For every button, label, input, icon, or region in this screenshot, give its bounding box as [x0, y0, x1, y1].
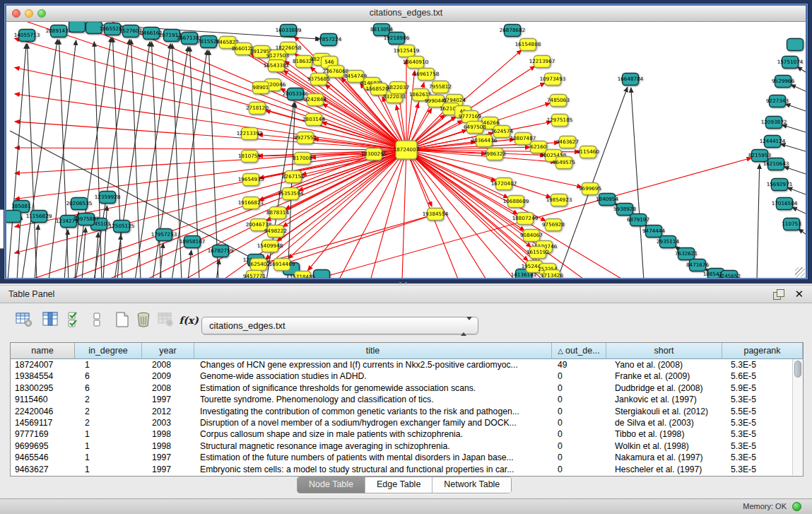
- graph-node[interactable]: 8471676: [686, 259, 709, 271]
- graph-node[interactable]: 7625402: [247, 259, 270, 271]
- graph-node[interactable]: 1615192: [526, 247, 549, 259]
- graph-node[interactable]: 62160: [531, 141, 547, 153]
- graph-node[interactable]: 9375685: [307, 74, 330, 86]
- graph-node[interactable]: 8878314: [266, 207, 289, 219]
- graph-node[interactable]: 9699695: [579, 183, 601, 195]
- graph-node[interactable]: [314, 270, 330, 279]
- table-row[interactable]: 946362711997Embryonic stem cells: a mode…: [11, 464, 803, 475]
- graph-node[interactable]: 98901: [253, 82, 269, 94]
- table-row[interactable]: 1872400712008Changes of HCN gene express…: [11, 359, 803, 370]
- graph-node[interactable]: 9084067: [520, 230, 543, 242]
- graph-node[interactable]: 1527607: [119, 25, 142, 37]
- table-row[interactable]: 977716911998Corpus callosum shape and si…: [11, 428, 803, 440]
- graph-node[interactable]: 16033809: [276, 25, 302, 37]
- graph-node[interactable]: 7955812: [429, 81, 452, 93]
- graph-node[interactable]: 9463627: [556, 136, 579, 148]
- float-panel-button[interactable]: [773, 289, 784, 300]
- graph-node[interactable]: 12213967: [529, 56, 555, 68]
- graph-node[interactable]: 19166821: [238, 197, 264, 209]
- graph-node[interactable]: 7986322: [483, 148, 506, 160]
- graph-node[interactable]: 16154808: [515, 39, 541, 51]
- deselect-all-button[interactable]: [88, 310, 107, 330]
- graph-node[interactable]: 9227343: [766, 95, 789, 107]
- graph-node[interactable]: 16961758: [413, 69, 440, 81]
- close-panel-button[interactable]: ✕: [794, 287, 804, 301]
- delete-column-button[interactable]: [134, 310, 153, 330]
- graph-node[interactable]: 15409948: [257, 240, 283, 252]
- delete-table-button[interactable]: [155, 310, 175, 330]
- table-mode-button[interactable]: [14, 310, 34, 330]
- graph-node[interactable]: 16720407: [491, 178, 517, 190]
- graph-node[interactable]: 12444124: [760, 136, 786, 148]
- graph-node[interactable]: 15692971: [767, 179, 793, 191]
- graph-node[interactable]: 6497508: [464, 122, 486, 134]
- table-row[interactable]: 2242004622012Investigating the contribut…: [11, 406, 803, 417]
- graph-node[interactable]: 2935114: [657, 236, 679, 248]
- network-canvas[interactable]: 1405571320891436106552871527607846616110…: [6, 22, 806, 278]
- select-all-button[interactable]: [65, 310, 85, 330]
- graph-node[interactable]: 19654935: [238, 174, 264, 186]
- graph-node[interactable]: 7485063: [547, 95, 570, 107]
- graph-node[interactable]: 15751074: [777, 57, 804, 69]
- graph-node[interactable]: 9115460: [577, 146, 599, 158]
- tab-edge-table[interactable]: Edge Table: [365, 477, 433, 493]
- tab-node-table[interactable]: Node Table: [298, 477, 365, 493]
- table-selector-dropdown[interactable]: citations_edges.txt: [201, 317, 478, 334]
- graph-node[interactable]: 12975185: [547, 115, 573, 127]
- function-builder-button[interactable]: f(x): [179, 310, 199, 330]
- graph-node[interactable]: 10958107: [180, 236, 206, 248]
- tab-network-table[interactable]: Network Table: [433, 477, 511, 493]
- graph-node[interactable]: 20206535: [66, 198, 93, 210]
- window-titlebar[interactable]: citations_edges.txt: [6, 6, 806, 22]
- graph-node[interactable]: 2803144: [302, 114, 325, 126]
- graph-node[interactable]: 1840954: [596, 194, 618, 206]
- graph-node[interactable]: 9498222: [264, 226, 287, 238]
- graph-node[interactable]: 110753: [782, 218, 801, 230]
- column-header-year[interactable]: year: [142, 343, 194, 359]
- graph-node[interactable]: 26878682: [500, 25, 526, 37]
- graph-node[interactable]: [787, 39, 804, 51]
- column-header-short[interactable]: short: [606, 343, 722, 359]
- graph-node[interactable]: 12093872: [761, 117, 787, 129]
- graph-node[interactable]: 817008: [293, 153, 312, 165]
- graph-node[interactable]: 19125419: [394, 45, 420, 57]
- table-scrollbar[interactable]: [792, 359, 803, 475]
- graph-node[interactable]: 9756928: [542, 219, 565, 231]
- column-header-in_degree[interactable]: in_degree: [75, 343, 142, 359]
- graph-node[interactable]: 18807249: [512, 213, 539, 225]
- graph-node[interactable]: 17857224: [316, 34, 342, 46]
- graph-node[interactable]: [69, 22, 86, 33]
- table-row[interactable]: 969969511998Structural magnetic resonanc…: [11, 440, 803, 452]
- table-row[interactable]: 1830029562008Estimation of significance …: [11, 382, 803, 394]
- graph-hub-node[interactable]: 18724007: [394, 141, 420, 159]
- new-column-button[interactable]: [112, 310, 132, 330]
- table-row[interactable]: 1938455462009Genome-wide association stu…: [11, 370, 803, 382]
- graph-node[interactable]: 12359928: [95, 192, 121, 204]
- graph-node[interactable]: [6, 211, 21, 223]
- graph-node[interactable]: 9242844: [304, 94, 326, 106]
- graph-node[interactable]: 8267150: [282, 171, 305, 183]
- column-header-out_de[interactable]: △out_de...: [552, 343, 606, 359]
- graph-node[interactable]: 1810755: [238, 151, 261, 163]
- graph-node[interactable]: 9529966: [772, 76, 794, 88]
- graph-node[interactable]: 2718120: [246, 103, 269, 115]
- graph-node[interactable]: 19854923: [546, 194, 572, 206]
- window-resize-grip[interactable]: [795, 267, 805, 277]
- graph-node[interactable]: 1822037: [387, 82, 409, 94]
- table-row[interactable]: 1456911722003Disruption of a novel membe…: [11, 417, 803, 428]
- column-visibility-button[interactable]: [40, 310, 60, 330]
- graph-node[interactable]: 8927552: [294, 132, 317, 144]
- graph-node[interactable]: 6879197: [627, 214, 649, 226]
- graph-node[interactable]: 12505125: [109, 221, 135, 233]
- scrollbar-thumb[interactable]: [794, 361, 801, 378]
- table-row[interactable]: 946554611997Estimation of the future num…: [11, 452, 803, 463]
- graph-node[interactable]: 16648784: [618, 74, 644, 86]
- graph-node[interactable]: 9649575: [553, 157, 575, 169]
- graph-node[interactable]: 7632621: [675, 248, 698, 260]
- graph-node[interactable]: 19384554: [423, 209, 449, 221]
- column-header-title[interactable]: title: [194, 343, 552, 359]
- table-row[interactable]: 911546021997Tourette syndrome. Phenomeno…: [11, 394, 803, 405]
- graph-node[interactable]: 9245652: [718, 271, 741, 279]
- column-header-name[interactable]: name: [11, 343, 75, 359]
- graph-node[interactable]: 9474444: [642, 226, 665, 238]
